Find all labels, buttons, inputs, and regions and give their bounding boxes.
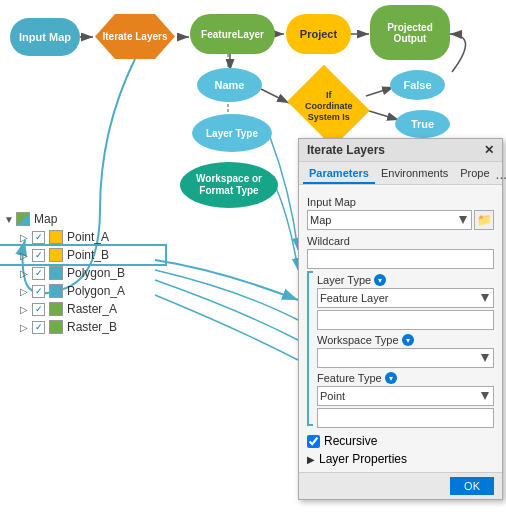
dialog-content: Input Map Map 📁 Wildcard Layer Type ▾ Fe… xyxy=(299,185,502,472)
polygon-a-label: Polygon_A xyxy=(67,284,125,298)
polygon-b-checkbox[interactable]: ✓ xyxy=(32,267,45,280)
input-map-select[interactable]: Map xyxy=(307,210,472,230)
feature-type-select[interactable]: Point xyxy=(317,386,494,406)
root-label: Map xyxy=(34,212,57,226)
recursive-label: Recursive xyxy=(324,434,377,448)
raster-a-checkbox[interactable]: ✓ xyxy=(32,303,45,316)
tree-item-polygon-b: ▷ ✓ Polygon_B xyxy=(0,264,165,282)
dialog-tabs: Parameters Environments Prope ... ? xyxy=(299,162,502,185)
feature-type-input2[interactable] xyxy=(317,408,494,428)
input-map-row: Map 📁 xyxy=(307,210,494,230)
layer-props-expand-icon[interactable]: ▶ xyxy=(307,454,315,465)
feature-type-label: Feature Type xyxy=(317,372,382,384)
point-b-checkbox[interactable]: ✓ xyxy=(32,249,45,262)
node-false: False xyxy=(390,70,445,100)
polygon-a-icon xyxy=(49,284,63,298)
workspace-type-label: Workspace Type xyxy=(317,334,399,346)
tree-item-point-b: ▷ ✓ Point_B xyxy=(0,246,165,264)
layer-type-input2[interactable] xyxy=(317,310,494,330)
left-panel: ▼ Map ▷ ✓ Point_A ▷ ✓ Point_B ▷ ✓ Polygo… xyxy=(0,210,165,336)
iterate-layers-dialog: Iterate Layers ✕ Parameters Environments… xyxy=(298,138,503,500)
polygon-a-expand[interactable]: ▷ xyxy=(20,286,32,297)
bracket-indicator xyxy=(307,271,313,426)
layer-type-expand-icon[interactable]: ▾ xyxy=(374,274,386,286)
tab-parameters[interactable]: Parameters xyxy=(303,164,375,184)
node-name: Name xyxy=(197,68,262,102)
node-projected-output: Projected Output xyxy=(370,5,450,60)
workspace-type-select[interactable] xyxy=(317,348,494,368)
dialog-close-button[interactable]: ✕ xyxy=(484,143,494,157)
raster-a-label: Raster_A xyxy=(67,302,117,316)
recursive-checkbox[interactable] xyxy=(307,435,320,448)
point-a-checkbox[interactable]: ✓ xyxy=(32,231,45,244)
feature-type-expand-icon[interactable]: ▾ xyxy=(385,372,397,384)
recursive-row: Recursive xyxy=(307,434,494,448)
ok-button[interactable]: OK xyxy=(450,477,494,495)
tree-item-raster-a: ▷ ✓ Raster_A xyxy=(0,300,165,318)
dialog-title: Iterate Layers xyxy=(307,143,385,157)
point-b-expand[interactable]: ▷ xyxy=(20,250,32,261)
node-workspace-format: Workspace or Format Type xyxy=(180,162,278,208)
point-b-icon xyxy=(49,248,63,262)
dialog-title-bar: Iterate Layers ✕ xyxy=(299,139,502,162)
raster-b-expand[interactable]: ▷ xyxy=(20,322,32,333)
tree-item-polygon-a: ▷ ✓ Polygon_A xyxy=(0,282,165,300)
polygon-b-icon xyxy=(49,266,63,280)
tab-more[interactable]: ... xyxy=(496,166,506,182)
raster-b-checkbox[interactable]: ✓ xyxy=(32,321,45,334)
bracket-group: Layer Type ▾ Feature Layer Workspace Typ… xyxy=(307,269,494,428)
polygon-b-expand[interactable]: ▷ xyxy=(20,268,32,279)
node-feature-layer: FeatureLayer xyxy=(190,14,275,54)
tab-environments[interactable]: Environments xyxy=(375,164,454,184)
polygon-b-label: Polygon_B xyxy=(67,266,125,280)
node-layer-type: Layer Type xyxy=(192,114,272,152)
input-map-label: Input Map xyxy=(307,196,494,208)
node-true: True xyxy=(395,110,450,138)
workspace-type-expand-icon[interactable]: ▾ xyxy=(402,334,414,346)
wildcard-input[interactable] xyxy=(307,249,494,269)
node-project: Project xyxy=(286,14,351,54)
tree-item-raster-b: ▷ ✓ Raster_B xyxy=(0,318,165,336)
layer-props-label: Layer Properties xyxy=(319,452,407,466)
layer-type-label: Layer Type xyxy=(317,274,371,286)
node-input-map: Input Map xyxy=(10,18,80,56)
input-map-folder-button[interactable]: 📁 xyxy=(474,210,494,230)
feature-type-label-row: Feature Type ▾ xyxy=(317,372,494,384)
root-expand-icon[interactable]: ▼ xyxy=(4,214,16,225)
point-a-expand[interactable]: ▷ xyxy=(20,232,32,243)
workspace-type-label-row: Workspace Type ▾ xyxy=(317,334,494,346)
wildcard-label: Wildcard xyxy=(307,235,494,247)
raster-b-icon xyxy=(49,320,63,334)
raster-a-expand[interactable]: ▷ xyxy=(20,304,32,315)
map-icon xyxy=(16,212,30,226)
tab-prope[interactable]: Prope xyxy=(454,164,495,184)
layer-props-row: ▶ Layer Properties xyxy=(307,452,494,466)
dialog-footer: OK xyxy=(299,472,502,499)
layer-type-select[interactable]: Feature Layer xyxy=(317,288,494,308)
raster-a-icon xyxy=(49,302,63,316)
node-iterate-layers: Iterate Layers xyxy=(95,14,175,59)
polygon-a-checkbox[interactable]: ✓ xyxy=(32,285,45,298)
bracket-content: Layer Type ▾ Feature Layer Workspace Typ… xyxy=(317,269,494,428)
point-a-label: Point_A xyxy=(67,230,109,244)
layer-type-label-row: Layer Type ▾ xyxy=(317,274,494,286)
point-a-icon xyxy=(49,230,63,244)
tree-item-point-a: ▷ ✓ Point_A xyxy=(0,228,165,246)
node-if-coordinate: If Coordinate System Is xyxy=(287,65,370,148)
point-b-label: Point_B xyxy=(67,248,109,262)
raster-b-label: Raster_B xyxy=(67,320,117,334)
tree-root: ▼ Map xyxy=(0,210,165,228)
